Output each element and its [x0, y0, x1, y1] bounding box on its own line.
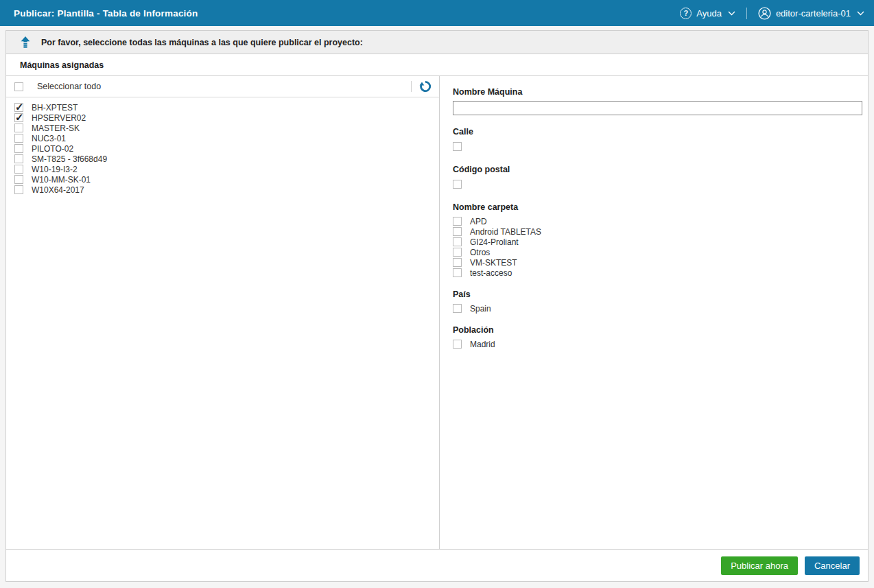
machine-name: W10-MM-SK-01: [32, 175, 91, 185]
machine-name: PILOTO-02: [32, 144, 73, 154]
filter-folder: Nombre carpeta APD Android TABLETAS GI24…: [453, 202, 862, 278]
folder-checkbox[interactable]: [453, 248, 462, 257]
street-label: Calle: [453, 127, 862, 137]
header-divider: [746, 8, 747, 19]
machine-row[interactable]: HPSERVER02: [14, 113, 439, 123]
toolbar-divider: [411, 81, 412, 92]
machine-name: W10X64-2017: [32, 185, 84, 195]
help-icon: ?: [680, 8, 692, 19]
city-option-label: Madrid: [470, 340, 495, 349]
select-all-checkbox[interactable]: [14, 82, 23, 91]
dialog-footer: Publicar ahora Cancelar: [6, 549, 868, 581]
publish-now-button[interactable]: Publicar ahora: [721, 556, 798, 575]
cancel-button[interactable]: Cancelar: [805, 556, 860, 575]
machine-name: MASTER-SK: [32, 124, 80, 133]
folder-option-label: Otros: [470, 248, 490, 257]
publish-dialog-panel: Por favor, seleccione todas las máquinas…: [5, 30, 869, 582]
machine-name: BH-XPTEST: [32, 103, 78, 113]
machine-checkbox[interactable]: [14, 175, 23, 184]
postal-code-checkbox[interactable]: [453, 180, 462, 189]
folder-option[interactable]: Otros: [453, 247, 862, 257]
machine-list: BH-XPTEST HPSERVER02 MASTER-SK NUC3-01 P…: [6, 97, 439, 195]
folder-label: Nombre carpeta: [453, 202, 862, 212]
country-option-label: Spain: [470, 304, 491, 314]
machine-row[interactable]: SM-T825 - 3f668d49: [14, 154, 439, 164]
user-label: editor-carteleria-01: [776, 8, 851, 19]
user-icon: [758, 7, 771, 20]
machine-row[interactable]: BH-XPTEST: [14, 102, 439, 113]
section-title: Máquinas asignadas: [20, 60, 104, 70]
folder-checkbox[interactable]: [453, 217, 462, 226]
machine-name-input[interactable]: [453, 101, 862, 115]
top-header-bar: Publicar: Plantilla - Tabla de Informaci…: [0, 0, 874, 26]
machine-checkbox[interactable]: [14, 144, 23, 153]
machine-row[interactable]: PILOTO-02: [14, 143, 439, 154]
city-option[interactable]: Madrid: [453, 339, 862, 349]
machine-name-label: Nombre Máquina: [453, 87, 862, 97]
help-label: Ayuda: [696, 8, 722, 19]
publish-upload-icon: [20, 36, 31, 48]
folder-option-label: VM-SKTEST: [470, 258, 517, 268]
filter-machine-name: Nombre Máquina: [453, 87, 862, 115]
filters-panel: Nombre Máquina Calle Código postal Nombr…: [440, 76, 868, 549]
machine-name: HPSERVER02: [32, 113, 86, 123]
country-option[interactable]: Spain: [453, 303, 862, 314]
machine-row[interactable]: W10-19-I3-2: [14, 164, 439, 174]
city-label: Población: [453, 325, 862, 335]
filter-city: Población Madrid: [453, 325, 862, 349]
folder-option-label: Android TABLETAS: [470, 227, 541, 237]
refresh-button[interactable]: [418, 80, 432, 93]
help-menu[interactable]: ? Ayuda: [680, 8, 735, 19]
machine-checkbox[interactable]: [14, 113, 23, 122]
select-all-label: Seleccionar todo: [37, 82, 101, 91]
folder-checkbox[interactable]: [453, 227, 462, 236]
chevron-down-icon: [728, 11, 735, 16]
machine-checkbox[interactable]: [14, 124, 23, 132]
folder-option-label: test-acceso: [470, 268, 512, 278]
folder-option[interactable]: Android TABLETAS: [453, 226, 862, 237]
folder-option-label: APD: [470, 217, 487, 226]
machine-row[interactable]: W10-MM-SK-01: [14, 174, 439, 185]
postal-code-label: Código postal: [453, 165, 862, 174]
filter-postal-code: Código postal: [453, 165, 862, 191]
folder-option-label: GI24-Proliant: [470, 237, 519, 247]
folder-option[interactable]: GI24-Proliant: [453, 237, 862, 247]
machine-row[interactable]: MASTER-SK: [14, 123, 439, 133]
machine-name: W10-19-I3-2: [32, 165, 78, 174]
city-checkbox[interactable]: [453, 340, 462, 349]
folder-checkbox[interactable]: [453, 268, 462, 277]
machine-checkbox[interactable]: [14, 165, 23, 174]
folder-option[interactable]: APD: [453, 216, 862, 226]
instruction-bar: Por favor, seleccione todas las máquinas…: [6, 31, 868, 54]
chevron-down-icon: [857, 11, 864, 16]
machine-name: SM-T825 - 3f668d49: [32, 154, 107, 164]
folder-option[interactable]: VM-SKTEST: [453, 257, 862, 268]
user-menu[interactable]: editor-carteleria-01: [758, 7, 864, 20]
machine-list-panel: Seleccionar todo BH-XPTEST: [6, 76, 440, 549]
select-all-row: Seleccionar todo: [6, 76, 439, 97]
folder-checkbox[interactable]: [453, 258, 462, 267]
filter-street: Calle: [453, 127, 862, 153]
country-checkbox[interactable]: [453, 304, 462, 313]
filter-country: País Spain: [453, 290, 862, 314]
refresh-icon: [419, 80, 432, 93]
machine-checkbox[interactable]: [14, 134, 23, 143]
machine-row[interactable]: W10X64-2017: [14, 185, 439, 195]
folder-option[interactable]: test-acceso: [453, 268, 862, 278]
section-header: Máquinas asignadas: [6, 54, 868, 76]
machine-checkbox[interactable]: [14, 154, 23, 163]
folder-checkbox[interactable]: [453, 237, 462, 246]
instruction-text: Por favor, seleccione todas las máquinas…: [41, 38, 363, 47]
machine-checkbox[interactable]: [14, 185, 23, 194]
street-checkbox[interactable]: [453, 142, 462, 151]
machine-row[interactable]: NUC3-01: [14, 133, 439, 143]
machine-name: NUC3-01: [32, 134, 66, 143]
page-title: Publicar: Plantilla - Tabla de Informaci…: [14, 8, 198, 19]
country-label: País: [453, 290, 862, 299]
